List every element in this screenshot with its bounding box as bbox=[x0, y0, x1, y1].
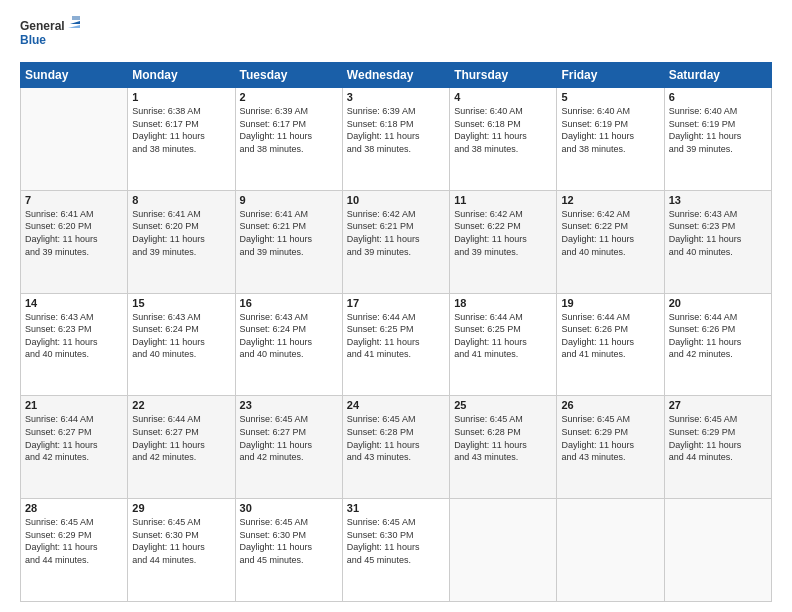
day-info-line: Daylight: 11 hours bbox=[669, 233, 767, 246]
day-info-line: Sunset: 6:29 PM bbox=[669, 426, 767, 439]
day-info: Sunrise: 6:43 AMSunset: 6:24 PMDaylight:… bbox=[240, 311, 338, 361]
day-info-line: and 40 minutes. bbox=[561, 246, 659, 259]
day-info-line: and 39 minutes. bbox=[240, 246, 338, 259]
day-info-line: Daylight: 11 hours bbox=[347, 439, 445, 452]
day-info-line: Daylight: 11 hours bbox=[132, 233, 230, 246]
day-info-line: and 39 minutes. bbox=[132, 246, 230, 259]
day-info-line: Sunset: 6:17 PM bbox=[132, 118, 230, 131]
day-info-line: Sunset: 6:29 PM bbox=[561, 426, 659, 439]
day-info-line: and 40 minutes. bbox=[240, 348, 338, 361]
day-number: 15 bbox=[132, 297, 230, 309]
day-info-line: Daylight: 11 hours bbox=[454, 130, 552, 143]
day-info-line: Sunrise: 6:45 AM bbox=[240, 413, 338, 426]
day-info: Sunrise: 6:44 AMSunset: 6:27 PMDaylight:… bbox=[132, 413, 230, 463]
day-info-line: Sunrise: 6:42 AM bbox=[454, 208, 552, 221]
day-info-line: and 41 minutes. bbox=[561, 348, 659, 361]
day-info-line: Sunrise: 6:45 AM bbox=[561, 413, 659, 426]
calendar-cell: 7Sunrise: 6:41 AMSunset: 6:20 PMDaylight… bbox=[21, 190, 128, 293]
calendar-cell: 12Sunrise: 6:42 AMSunset: 6:22 PMDayligh… bbox=[557, 190, 664, 293]
day-info: Sunrise: 6:42 AMSunset: 6:22 PMDaylight:… bbox=[561, 208, 659, 258]
day-info: Sunrise: 6:45 AMSunset: 6:28 PMDaylight:… bbox=[347, 413, 445, 463]
day-info-line: Sunrise: 6:45 AM bbox=[669, 413, 767, 426]
day-number: 2 bbox=[240, 91, 338, 103]
calendar-week-row: 28Sunrise: 6:45 AMSunset: 6:29 PMDayligh… bbox=[21, 499, 772, 602]
day-number: 14 bbox=[25, 297, 123, 309]
day-number: 16 bbox=[240, 297, 338, 309]
day-number: 5 bbox=[561, 91, 659, 103]
day-number: 31 bbox=[347, 502, 445, 514]
svg-marker-3 bbox=[70, 21, 80, 24]
calendar-cell: 31Sunrise: 6:45 AMSunset: 6:30 PMDayligh… bbox=[342, 499, 449, 602]
day-info-line: Daylight: 11 hours bbox=[454, 439, 552, 452]
day-info-line: Sunset: 6:25 PM bbox=[454, 323, 552, 336]
day-info-line: Sunrise: 6:40 AM bbox=[561, 105, 659, 118]
calendar-cell: 10Sunrise: 6:42 AMSunset: 6:21 PMDayligh… bbox=[342, 190, 449, 293]
day-info-line: Sunset: 6:30 PM bbox=[240, 529, 338, 542]
day-info-line: Sunrise: 6:43 AM bbox=[669, 208, 767, 221]
day-info-line: Daylight: 11 hours bbox=[132, 541, 230, 554]
day-info: Sunrise: 6:40 AMSunset: 6:19 PMDaylight:… bbox=[561, 105, 659, 155]
day-info-line: and 41 minutes. bbox=[454, 348, 552, 361]
day-info-line: Daylight: 11 hours bbox=[347, 130, 445, 143]
calendar-cell bbox=[450, 499, 557, 602]
day-info-line: and 38 minutes. bbox=[347, 143, 445, 156]
day-number: 8 bbox=[132, 194, 230, 206]
day-info-line: Sunset: 6:27 PM bbox=[25, 426, 123, 439]
day-info-line: Daylight: 11 hours bbox=[132, 439, 230, 452]
day-info-line: Sunset: 6:22 PM bbox=[561, 220, 659, 233]
day-info-line: Sunset: 6:24 PM bbox=[240, 323, 338, 336]
calendar-cell: 14Sunrise: 6:43 AMSunset: 6:23 PMDayligh… bbox=[21, 293, 128, 396]
day-info-line: and 39 minutes. bbox=[454, 246, 552, 259]
day-info-line: Sunset: 6:26 PM bbox=[561, 323, 659, 336]
day-info-line: Sunrise: 6:39 AM bbox=[347, 105, 445, 118]
day-info-line: and 39 minutes. bbox=[347, 246, 445, 259]
day-info-line: Daylight: 11 hours bbox=[561, 336, 659, 349]
calendar-cell: 15Sunrise: 6:43 AMSunset: 6:24 PMDayligh… bbox=[128, 293, 235, 396]
day-info: Sunrise: 6:44 AMSunset: 6:26 PMDaylight:… bbox=[669, 311, 767, 361]
day-info: Sunrise: 6:41 AMSunset: 6:20 PMDaylight:… bbox=[25, 208, 123, 258]
calendar-cell bbox=[21, 88, 128, 191]
day-info-line: Sunrise: 6:44 AM bbox=[669, 311, 767, 324]
day-info-line: and 45 minutes. bbox=[240, 554, 338, 567]
day-number: 1 bbox=[132, 91, 230, 103]
day-info: Sunrise: 6:42 AMSunset: 6:21 PMDaylight:… bbox=[347, 208, 445, 258]
day-info-line: and 38 minutes. bbox=[132, 143, 230, 156]
day-info-line: Daylight: 11 hours bbox=[25, 336, 123, 349]
svg-marker-2 bbox=[72, 16, 80, 20]
day-info-line: Daylight: 11 hours bbox=[240, 233, 338, 246]
day-number: 12 bbox=[561, 194, 659, 206]
day-info-line: Sunset: 6:26 PM bbox=[669, 323, 767, 336]
calendar-cell: 21Sunrise: 6:44 AMSunset: 6:27 PMDayligh… bbox=[21, 396, 128, 499]
calendar-cell: 1Sunrise: 6:38 AMSunset: 6:17 PMDaylight… bbox=[128, 88, 235, 191]
day-info-line: Sunset: 6:28 PM bbox=[454, 426, 552, 439]
day-info-line: Sunrise: 6:40 AM bbox=[669, 105, 767, 118]
day-number: 7 bbox=[25, 194, 123, 206]
day-info-line: and 42 minutes. bbox=[25, 451, 123, 464]
day-number: 26 bbox=[561, 399, 659, 411]
day-info-line: Daylight: 11 hours bbox=[561, 439, 659, 452]
day-info: Sunrise: 6:42 AMSunset: 6:22 PMDaylight:… bbox=[454, 208, 552, 258]
day-info-line: Sunset: 6:20 PM bbox=[132, 220, 230, 233]
calendar-cell: 19Sunrise: 6:44 AMSunset: 6:26 PMDayligh… bbox=[557, 293, 664, 396]
header: General Blue bbox=[20, 16, 772, 52]
day-info-line: Sunset: 6:18 PM bbox=[454, 118, 552, 131]
day-info: Sunrise: 6:43 AMSunset: 6:23 PMDaylight:… bbox=[25, 311, 123, 361]
calendar-cell: 27Sunrise: 6:45 AMSunset: 6:29 PMDayligh… bbox=[664, 396, 771, 499]
day-info-line: Sunrise: 6:45 AM bbox=[25, 516, 123, 529]
svg-text:General: General bbox=[20, 19, 65, 33]
calendar-cell: 3Sunrise: 6:39 AMSunset: 6:18 PMDaylight… bbox=[342, 88, 449, 191]
day-info: Sunrise: 6:39 AMSunset: 6:18 PMDaylight:… bbox=[347, 105, 445, 155]
day-info-line: Daylight: 11 hours bbox=[347, 541, 445, 554]
day-info-line: and 41 minutes. bbox=[347, 348, 445, 361]
day-info-line: and 44 minutes. bbox=[669, 451, 767, 464]
day-info: Sunrise: 6:45 AMSunset: 6:30 PMDaylight:… bbox=[347, 516, 445, 566]
day-number: 18 bbox=[454, 297, 552, 309]
calendar-header-row: SundayMondayTuesdayWednesdayThursdayFrid… bbox=[21, 63, 772, 88]
day-info: Sunrise: 6:45 AMSunset: 6:30 PMDaylight:… bbox=[132, 516, 230, 566]
day-info: Sunrise: 6:38 AMSunset: 6:17 PMDaylight:… bbox=[132, 105, 230, 155]
day-info-line: and 44 minutes. bbox=[132, 554, 230, 567]
day-info: Sunrise: 6:39 AMSunset: 6:17 PMDaylight:… bbox=[240, 105, 338, 155]
day-info-line: Sunrise: 6:44 AM bbox=[454, 311, 552, 324]
day-info-line: Sunset: 6:19 PM bbox=[561, 118, 659, 131]
day-info-line: and 42 minutes. bbox=[240, 451, 338, 464]
